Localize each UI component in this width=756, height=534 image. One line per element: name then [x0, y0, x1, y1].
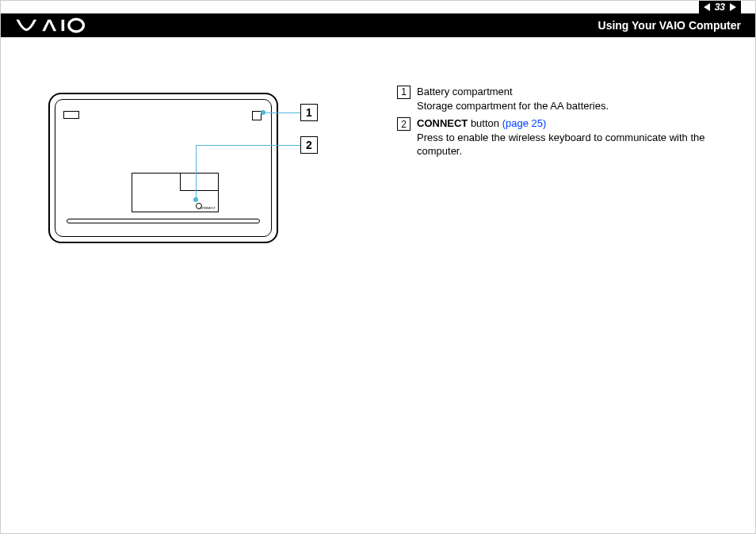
callout-2-vline [196, 145, 197, 200]
description-number: 2 [401, 118, 407, 131]
description-body: CONNECT button (page 25) Press to enable… [417, 116, 731, 158]
keyboard-small-label [63, 111, 79, 119]
description-title: Battery compartment [417, 86, 513, 97]
header-top-strip: 33 [1, 1, 755, 13]
description-item: 2 CONNECT button (page 25) Press to enab… [397, 116, 731, 158]
description-title-rest: button [468, 117, 502, 129]
description-number-box: 1 [397, 86, 410, 99]
description-title-bold: CONNECT [417, 117, 468, 129]
callout-2-hline [196, 145, 300, 146]
prev-page-arrow-icon[interactable] [704, 3, 710, 11]
page-navigation: 33 [699, 1, 741, 13]
description-body: Battery compartment Storage compartment … [417, 85, 731, 113]
description-number-box: 2 [397, 117, 410, 131]
section-title: Using Your VAIO Computer [598, 19, 741, 32]
page-content: CONNECT 1 2 1 Battery compartment Storag… [1, 37, 755, 259]
keyboard-inner-outline: CONNECT [55, 99, 272, 237]
description-page-link[interactable]: (page 25) [502, 117, 547, 129]
callout-1-number: 1 [306, 106, 312, 119]
description-text: Storage compartment for the AA batteries… [417, 100, 609, 112]
header-black-bar: Using Your VAIO Computer [1, 13, 755, 37]
keyboard-outline: CONNECT [48, 93, 278, 243]
next-page-arrow-icon[interactable] [730, 3, 736, 11]
keyboard-bottom-bar [67, 219, 260, 223]
svg-rect-0 [62, 20, 65, 31]
callout-2-box: 2 [300, 136, 318, 154]
center-panel: CONNECT [132, 173, 219, 212]
keyboard-diagram: CONNECT 1 2 [40, 85, 326, 259]
description-text: Press to enable the wireless keyboard to… [417, 132, 704, 158]
callout-1-box: 1 [300, 104, 318, 121]
description-number: 1 [401, 86, 407, 98]
callout-2-number: 2 [306, 139, 312, 151]
connect-label: CONNECT [200, 206, 216, 210]
page-header: 33 Using Your VAIO Computer [1, 1, 755, 37]
descriptions-panel: 1 Battery compartment Storage compartmen… [397, 85, 731, 259]
vaio-logo-icon [15, 17, 94, 33]
callout-1-line [263, 113, 300, 113]
page-number: 33 [715, 2, 725, 13]
center-panel-sub [180, 174, 218, 191]
description-item: 1 Battery compartment Storage compartmen… [397, 85, 731, 113]
svg-point-1 [69, 19, 84, 32]
